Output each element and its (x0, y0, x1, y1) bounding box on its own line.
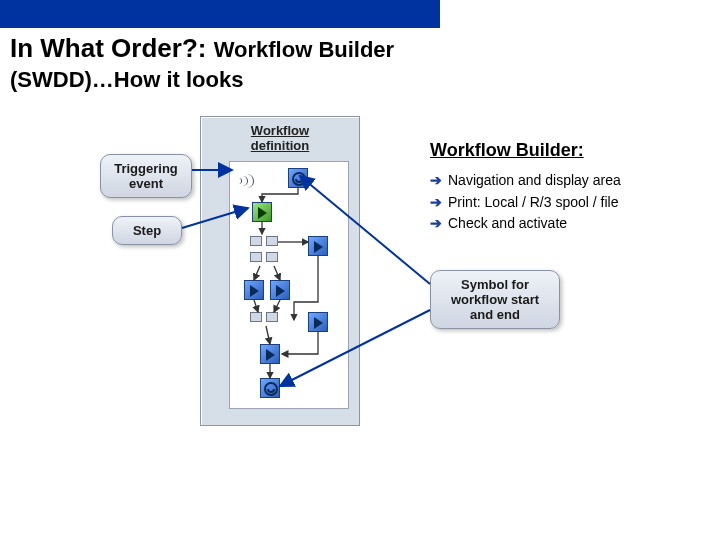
diagram-canvas: Workflow definition (0, 100, 720, 520)
callout-line: and end (470, 307, 520, 322)
bullet-item: ➔Navigation and display area (430, 170, 690, 192)
callout-line: event (129, 176, 163, 191)
title-main: In What Order?: (10, 33, 206, 63)
title-sub1: Workflow Builder (214, 37, 395, 62)
callout-line: Triggering (114, 161, 178, 176)
header-bar (0, 0, 440, 28)
callout-symbol-start-end: Symbol for workflow start and end (430, 270, 560, 329)
bullet-item: ➔Print: Local / R/3 spool / file (430, 192, 690, 214)
callout-triggering-event: Triggering event (100, 154, 192, 198)
callout-line: Symbol for (461, 277, 529, 292)
flow-area (229, 161, 349, 409)
bullet-text: Navigation and display area (448, 170, 621, 192)
builder-heading: Workflow Builder: (430, 140, 584, 161)
panel-heading: Workflow definition (201, 117, 359, 157)
flow-connectors (230, 162, 350, 410)
arrow-bullet-icon: ➔ (430, 170, 442, 192)
panel-heading-line1: Workflow (251, 123, 309, 138)
title-sub2: (SWDD)…How it looks (10, 67, 243, 92)
bullet-item: ➔Check and activate (430, 213, 690, 235)
arrow-bullet-icon: ➔ (430, 213, 442, 235)
callout-line: workflow start (451, 292, 539, 307)
arrow-bullet-icon: ➔ (430, 192, 442, 214)
builder-bullets: ➔Navigation and display area ➔Print: Loc… (430, 170, 690, 235)
callout-line: Step (133, 223, 161, 238)
bullet-text: Print: Local / R/3 spool / file (448, 192, 618, 214)
workflow-definition-panel: Workflow definition (200, 116, 360, 426)
panel-heading-line2: definition (251, 138, 310, 153)
callout-step: Step (112, 216, 182, 245)
slide-title: In What Order?: Workflow Builder (SWDD)…… (0, 28, 720, 94)
bullet-text: Check and activate (448, 213, 567, 235)
